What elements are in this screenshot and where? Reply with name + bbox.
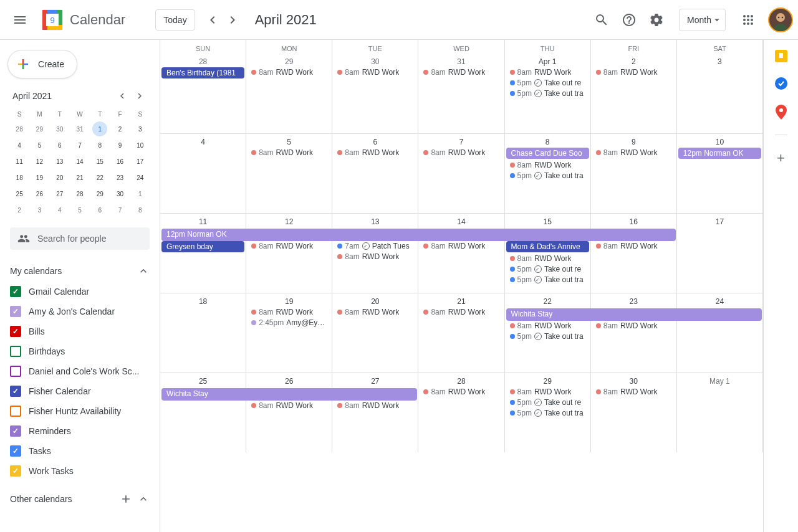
plus-icon[interactable] <box>120 493 132 505</box>
timed-event[interactable]: 8amRWD Work <box>506 387 589 397</box>
calendar-item[interactable]: Reminders <box>7 422 152 440</box>
create-button[interactable]: Create <box>7 50 77 78</box>
mini-day[interactable]: 2 <box>113 121 128 136</box>
timed-event[interactable]: 8amRWD Work <box>420 387 502 397</box>
day-number[interactable]: 27 <box>332 374 418 387</box>
mini-next-button[interactable] <box>132 88 147 103</box>
day-cell[interactable]: 25 <box>160 373 246 452</box>
calendar-checkbox[interactable] <box>10 326 21 337</box>
view-selector[interactable]: Month <box>679 9 726 31</box>
mini-day[interactable]: 18 <box>12 170 27 185</box>
calendar-checkbox[interactable] <box>10 346 21 357</box>
day-number[interactable]: 6 <box>332 135 418 148</box>
mini-day[interactable]: 3 <box>32 202 47 217</box>
day-number[interactable]: 9 <box>591 135 676 148</box>
timed-event[interactable]: 8amRWD Work <box>420 67 502 77</box>
timed-event[interactable]: 8amRWD Work <box>334 252 416 262</box>
day-number[interactable]: 31 <box>418 55 504 67</box>
mini-day[interactable]: 28 <box>12 121 27 136</box>
day-cell[interactable]: 128amRWD Work <box>246 214 332 293</box>
mini-day[interactable]: 7 <box>113 202 128 217</box>
mini-day[interactable]: 6 <box>92 202 107 217</box>
mini-day[interactable]: 1 <box>133 186 148 201</box>
mini-day[interactable]: 8 <box>92 138 107 153</box>
timed-event[interactable]: 8amRWD Work <box>592 148 675 158</box>
day-cell[interactable]: 308amRWD Work <box>332 54 418 133</box>
mini-day[interactable]: 25 <box>12 186 27 201</box>
mini-day[interactable]: 13 <box>52 154 67 169</box>
all-day-event[interactable]: Mom & Dad's Annive <box>506 241 589 252</box>
timed-event[interactable]: 8amRWD Work <box>334 67 416 77</box>
mini-day[interactable]: 27 <box>52 186 67 201</box>
day-cell[interactable]: 288amRWD Work <box>418 373 504 452</box>
multi-day-event[interactable]: 12pm Norman OK <box>161 229 676 241</box>
mini-day[interactable]: 5 <box>32 138 47 153</box>
today-button[interactable]: Today <box>155 9 195 31</box>
day-cell[interactable]: 18 <box>160 293 246 373</box>
mini-day[interactable]: 2 <box>12 202 27 217</box>
calendar-checkbox[interactable] <box>10 286 21 297</box>
mini-day[interactable]: 9 <box>113 138 128 153</box>
multi-day-event[interactable]: Wichita Stay <box>506 308 762 321</box>
day-cell[interactable]: 137amPatch Tues8amRWD Work <box>332 214 418 293</box>
mini-day[interactable]: 5 <box>72 202 87 217</box>
day-cell[interactable]: 228amRWD Work5pmTake out tra <box>505 293 591 373</box>
day-number[interactable]: Apr 1 <box>505 55 590 67</box>
next-period-button[interactable] <box>223 10 243 30</box>
day-number[interactable]: 28 <box>160 55 246 67</box>
timed-event[interactable]: 5pmTake out tra <box>506 275 589 285</box>
day-cell[interactable]: 298amRWD Work <box>246 54 332 133</box>
day-cell[interactable]: 11Greysen bday <box>160 214 246 293</box>
day-number[interactable]: 28 <box>418 374 504 387</box>
day-cell[interactable]: 17 <box>677 214 763 293</box>
day-number[interactable]: 22 <box>505 295 590 307</box>
day-cell[interactable]: 208amRWD Work <box>332 293 418 373</box>
day-number[interactable]: May 1 <box>677 374 762 387</box>
google-apps-icon[interactable] <box>736 7 761 32</box>
day-number[interactable]: 10 <box>677 135 762 148</box>
day-cell[interactable]: 168amRWD Work <box>591 214 677 293</box>
mini-day[interactable]: 26 <box>32 186 47 201</box>
all-day-event[interactable]: Ben's Birthday (1981 <box>161 67 244 78</box>
day-number[interactable]: 17 <box>677 215 762 227</box>
timed-event[interactable]: 2:45pmAmy@EyeD <box>248 318 330 328</box>
day-number[interactable]: 29 <box>246 55 332 67</box>
day-cell[interactable]: 8Chase Card Due Soo8amRWD Work5pmTake ou… <box>505 134 591 213</box>
mini-day[interactable]: 1 <box>92 121 107 136</box>
mini-day[interactable]: 3 <box>133 121 148 136</box>
calendar-item[interactable]: Birthdays <box>7 342 152 361</box>
mini-day[interactable]: 8 <box>133 202 148 217</box>
day-cell[interactable]: 298amRWD Work5pmTake out re5pmTake out t… <box>505 373 591 452</box>
day-number[interactable]: 19 <box>246 295 332 307</box>
mini-day[interactable]: 11 <box>12 154 27 169</box>
mini-day[interactable]: 29 <box>32 121 47 136</box>
day-cell[interactable]: 148amRWD Work <box>418 214 504 293</box>
logo[interactable]: 9 Calendar <box>35 7 130 32</box>
calendar-item[interactable]: Daniel and Cole's Work Sc... <box>7 362 152 381</box>
calendar-item[interactable]: Tasks <box>7 442 152 460</box>
timed-event[interactable]: 8amRWD Work <box>506 254 589 264</box>
timed-event[interactable]: 8amRWD Work <box>334 307 416 317</box>
day-number[interactable]: 4 <box>160 135 246 148</box>
all-day-event[interactable]: 12pm Norman OK <box>678 148 761 159</box>
day-number[interactable]: 3 <box>677 55 762 67</box>
timed-event[interactable]: 5pmTake out re <box>506 397 589 407</box>
mini-day[interactable]: 22 <box>92 170 107 185</box>
timed-event[interactable]: 8amRWD Work <box>248 401 330 411</box>
search-people-input[interactable]: Search for people <box>10 227 150 250</box>
day-cell[interactable]: 3 <box>677 54 763 133</box>
search-icon[interactable] <box>589 7 614 32</box>
day-number[interactable]: 2 <box>591 55 676 67</box>
timed-event[interactable]: 5pmTake out tra <box>506 331 589 341</box>
calendar-checkbox[interactable] <box>10 445 21 457</box>
day-number[interactable]: 15 <box>505 215 590 227</box>
settings-icon[interactable] <box>644 7 669 32</box>
day-number[interactable]: 12 <box>246 215 332 227</box>
day-number[interactable]: 18 <box>160 295 246 307</box>
day-cell[interactable]: 15Mom & Dad's Annive8amRWD Work5pmTake o… <box>505 214 591 293</box>
mini-day[interactable]: 20 <box>52 170 67 185</box>
day-cell[interactable]: 318amRWD Work <box>418 54 504 133</box>
day-cell[interactable]: 4 <box>160 134 246 213</box>
timed-event[interactable]: 8amRWD Work <box>248 241 330 251</box>
calendar-item[interactable]: Amy & Jon's Calendar <box>7 302 152 321</box>
